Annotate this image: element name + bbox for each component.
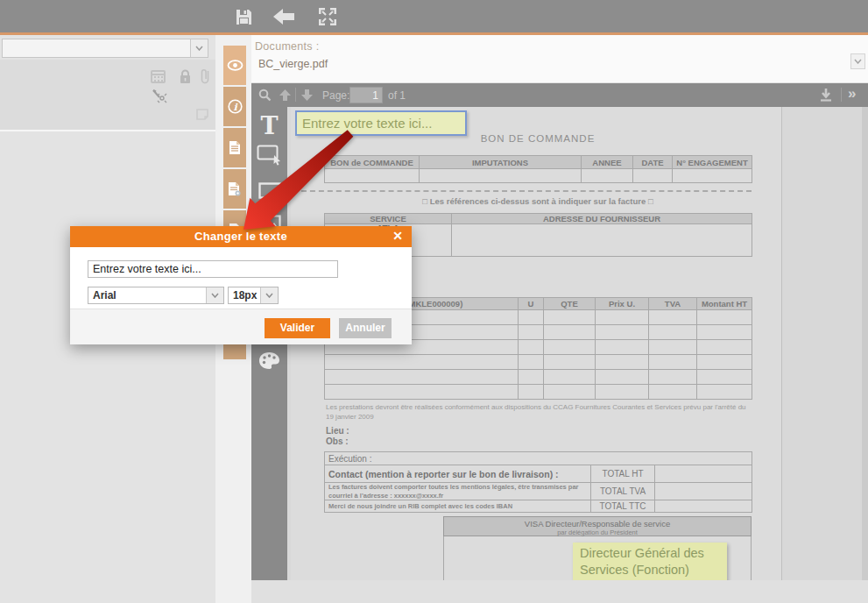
column-header: ANNEE: [582, 156, 633, 169]
sidebar-tab-document-settings[interactable]: [223, 169, 246, 209]
download-icon[interactable]: [819, 88, 833, 103]
file-lines-icon: [229, 140, 241, 155]
documents-header: Documents : BC_vierge.pdf: [251, 35, 868, 83]
chevron-down-icon: [206, 287, 223, 303]
visa-header: VISA Directeur/Responsable de service pa…: [443, 516, 752, 536]
expand-fullscreen-icon: [318, 7, 337, 26]
window-bottom-strip: [251, 580, 868, 603]
search-icon[interactable]: [258, 89, 272, 102]
column-header: TVA: [649, 298, 697, 310]
divider: [841, 88, 842, 102]
dialog-title: Changer le texte: [70, 226, 412, 247]
svg-text:i: i: [233, 102, 238, 113]
invoice-note: Les factures doivent comporter toutes le…: [325, 483, 591, 500]
page-up-button[interactable]: [279, 89, 292, 102]
floppy-save-icon: [235, 8, 253, 26]
file-gear-icon: [228, 181, 242, 197]
column-header: Montant HT: [697, 298, 752, 310]
page-count-label: of 1: [388, 89, 406, 102]
dashed-separator: [293, 190, 752, 192]
font-family-select[interactable]: Arial: [88, 287, 224, 304]
visa-title: VISA Directeur/Responsable de service: [444, 517, 751, 529]
double-chevron-icon[interactable]: »: [848, 85, 856, 103]
total-ht-label: TOTAL HT: [591, 465, 655, 483]
info-icon: i: [228, 99, 243, 114]
note-icon[interactable]: [196, 109, 208, 120]
chevron-down-icon: [854, 59, 862, 64]
column-header: ADRESSE DU FOURNISSEUR: [452, 214, 752, 224]
ccag-note: Les prestations devront être réalisées c…: [326, 403, 752, 422]
text-tool-button[interactable]: T: [251, 112, 287, 138]
rib-note: Merci de nous joindre un RIB complet ave…: [325, 500, 591, 513]
sidebar-tab-info[interactable]: i: [223, 87, 246, 126]
save-button[interactable]: [231, 6, 256, 27]
dialog-footer: Valider Annuler: [70, 309, 412, 344]
references-note: □ Les références ci-dessus sont à indiqu…: [324, 196, 752, 206]
paperclip-icon[interactable]: [200, 67, 211, 84]
column-header: BON de COMMANDE: [325, 156, 420, 169]
close-icon[interactable]: ✕: [389, 229, 406, 245]
sidebar-tab-view[interactable]: [223, 46, 246, 85]
font-size-select[interactable]: 18px: [228, 287, 279, 304]
annotation-line: Services (Fonction): [580, 562, 727, 578]
column-header: DATE: [633, 156, 673, 169]
calendar-icon[interactable]: [151, 69, 166, 83]
back-button[interactable]: [272, 6, 296, 27]
page-number-input[interactable]: [349, 87, 383, 103]
execution-label: Exécution :: [325, 452, 752, 465]
page-label: Page:: [322, 89, 349, 102]
change-text-dialog: Changer le texte ✕ Arial 18px Valider An…: [70, 226, 412, 344]
column-header: SERVICE: [325, 214, 452, 224]
app-window: i Documents : BC_vierge.pdf: [0, 0, 868, 603]
order-header-table: BON de COMMANDE IMPUTATIONS ANNEE DATE N…: [324, 155, 752, 183]
total-tva-label: TOTAL TVA: [591, 483, 655, 500]
document-file-name[interactable]: BC_vierge.pdf: [258, 58, 328, 70]
documents-label: Documents :: [255, 40, 319, 53]
text-annotation-selected[interactable]: Entrez votre texte ici...: [295, 110, 467, 136]
left-panel-section: [0, 60, 215, 131]
column-header: N° ENGAGEMENT: [673, 156, 752, 169]
select-area-tool-button[interactable]: [251, 142, 287, 168]
lieu-label: Lieu :: [326, 426, 349, 436]
sidebar-tab-document[interactable]: [223, 128, 246, 167]
column-header: IMPUTATIONS: [420, 156, 582, 169]
palette-icon: [258, 351, 280, 370]
eye-icon: [227, 60, 243, 71]
vertical-scrollbar[interactable]: [862, 107, 868, 589]
chevron-down-icon: [190, 39, 208, 57]
chevron-down-icon: [260, 287, 278, 303]
total-ttc-label: TOTAL TTC: [591, 500, 655, 513]
top-toolbar: [0, 0, 868, 32]
column-header: Prix U.: [596, 298, 649, 310]
font-family-value: Arial: [88, 287, 206, 303]
left-panel-dropdown[interactable]: [2, 39, 208, 58]
annotation-line: Directeur Général des: [580, 545, 727, 562]
column-header: U: [519, 298, 544, 310]
obs-label: Obs :: [326, 436, 349, 446]
column-header: QTE: [544, 298, 596, 310]
signature-pen-icon[interactable]: [152, 89, 171, 104]
text-annotation-signature[interactable]: Directeur Général des Services (Fonction…: [573, 543, 727, 583]
arrow-back-icon: [272, 8, 295, 25]
page-down-button[interactable]: [300, 89, 314, 102]
documents-dropdown-button[interactable]: [850, 53, 865, 69]
validate-button[interactable]: Valider: [265, 318, 330, 338]
contact-label: Contact (mention à reporter sur le bon d…: [325, 465, 591, 483]
lock-icon[interactable]: [179, 69, 192, 84]
color-palette-tool-button[interactable]: [251, 349, 287, 372]
left-panel-dropdown-value: [3, 39, 190, 57]
font-size-value: 18px: [229, 287, 260, 303]
fullscreen-button[interactable]: [315, 6, 340, 27]
visa-subtitle: par délégation du Président: [444, 529, 751, 536]
dialog-header[interactable]: Changer le texte: [70, 226, 412, 247]
execution-totals-table: Exécution : Contact (mention à reporter …: [324, 451, 752, 513]
cancel-button[interactable]: Annuler: [339, 318, 392, 338]
divider: [295, 88, 296, 102]
annotation-text-input[interactable]: [88, 260, 338, 278]
viewer-navbar: Page: of 1 »: [251, 83, 868, 107]
rect-cursor-icon: [257, 145, 283, 166]
rectangle-icon: [258, 182, 281, 199]
rectangle-tool-button[interactable]: [251, 179, 287, 202]
